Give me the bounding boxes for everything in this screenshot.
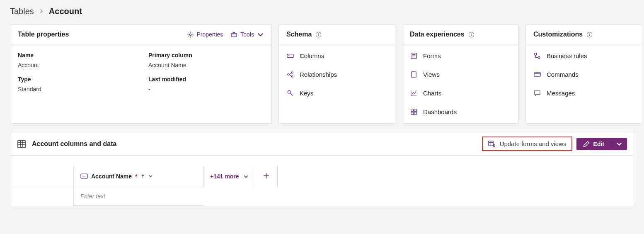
customizations-card: Customizations Business rules Commands M…	[525, 24, 642, 124]
new-row-input[interactable]: Enter text	[73, 187, 203, 206]
views-link[interactable]: Views	[410, 71, 511, 78]
row-gutter	[10, 187, 73, 206]
tools-button[interactable]: Tools	[230, 31, 264, 38]
prop-primary-label: Primary column	[148, 52, 264, 58]
charts-link[interactable]: Charts	[410, 89, 511, 97]
edit-button[interactable]: Edit	[576, 138, 627, 150]
more-columns-button[interactable]: +141 more	[204, 167, 255, 185]
forms-icon	[410, 52, 418, 60]
sort-asc-icon	[140, 174, 145, 178]
svg-rect-21	[81, 174, 87, 178]
card-title: Table properties	[18, 31, 69, 38]
table-properties-card: Table properties Properties Tools	[10, 24, 272, 124]
svg-rect-20	[489, 141, 493, 146]
toolbox-icon	[230, 31, 237, 38]
svg-point-6	[291, 76, 293, 77]
relationships-icon	[286, 71, 294, 78]
svg-point-5	[291, 72, 293, 73]
prop-type-label: Type	[18, 76, 133, 83]
columns-and-data-section: Account columns and data Update forms an…	[10, 132, 634, 206]
chevron-down-icon	[616, 141, 622, 147]
messages-icon	[533, 89, 541, 97]
schema-card: Schema Columns Relationships Keys	[278, 24, 395, 124]
svg-rect-18	[534, 73, 540, 77]
update-forms-icon	[488, 140, 496, 148]
info-icon[interactable]	[586, 32, 593, 38]
dashboards-link[interactable]: Dashboards	[410, 108, 511, 116]
svg-rect-12	[414, 109, 416, 112]
charts-icon	[410, 89, 418, 97]
svg-point-7	[288, 90, 291, 93]
schema-relationships-link[interactable]: Relationships	[286, 71, 387, 78]
info-icon[interactable]	[315, 32, 322, 38]
prop-type-value: Standard	[18, 86, 133, 93]
schema-columns-link[interactable]: Columns	[286, 52, 387, 60]
svg-rect-10	[412, 72, 416, 77]
svg-rect-14	[414, 112, 416, 115]
section-title: Account columns and data	[32, 140, 116, 148]
business-rules-link[interactable]: Business rules	[533, 52, 634, 60]
breadcrumb: Tables Account	[10, 7, 634, 16]
info-icon[interactable]	[468, 32, 475, 38]
messages-link[interactable]: Messages	[533, 89, 634, 97]
views-icon	[410, 71, 418, 78]
card-title: Customizations	[533, 31, 583, 38]
svg-rect-16	[535, 53, 537, 55]
column-header-account-name[interactable]: Account Name *	[73, 166, 203, 187]
prop-name-label: Name	[18, 52, 133, 58]
add-column-button[interactable]	[255, 166, 277, 187]
breadcrumb-current: Account	[49, 7, 82, 16]
edit-dropdown-button[interactable]	[611, 141, 627, 147]
prop-modified-label: Last modified	[148, 76, 264, 83]
columns-icon	[286, 52, 294, 60]
chevron-right-icon	[39, 8, 44, 15]
update-forms-views-button[interactable]: Update forms and views	[482, 136, 572, 151]
keys-icon	[286, 89, 294, 97]
svg-point-17	[538, 56, 540, 58]
prop-primary-value: Account Name	[148, 62, 264, 68]
dashboards-icon	[410, 108, 418, 116]
card-title: Schema	[286, 31, 312, 38]
data-experiences-card: Data experiences Forms Views Charts	[402, 24, 519, 124]
svg-rect-3	[287, 54, 293, 58]
properties-button[interactable]: Properties	[187, 31, 223, 38]
forms-link[interactable]: Forms	[410, 52, 511, 60]
svg-rect-13	[411, 112, 414, 115]
pencil-icon	[583, 141, 590, 147]
schema-keys-link[interactable]: Keys	[286, 89, 387, 97]
grid-gutter	[10, 166, 73, 187]
prop-modified-value: -	[148, 86, 264, 93]
svg-point-0	[189, 34, 191, 35]
breadcrumb-parent[interactable]: Tables	[10, 7, 34, 16]
gear-icon	[187, 31, 194, 38]
chevron-down-icon	[243, 174, 249, 179]
chevron-down-icon	[257, 31, 264, 38]
prop-name-value: Account	[18, 62, 133, 68]
svg-point-4	[288, 74, 289, 76]
commands-link[interactable]: Commands	[533, 71, 634, 78]
plus-icon	[263, 172, 270, 179]
table-icon	[17, 139, 26, 149]
text-column-icon	[80, 173, 88, 179]
svg-rect-11	[411, 109, 414, 112]
svg-rect-19	[18, 141, 25, 147]
card-title: Data experiences	[410, 31, 465, 38]
business-rules-icon	[533, 52, 541, 60]
required-indicator: *	[135, 173, 137, 180]
chevron-down-icon	[148, 174, 153, 178]
commands-icon	[533, 71, 541, 78]
